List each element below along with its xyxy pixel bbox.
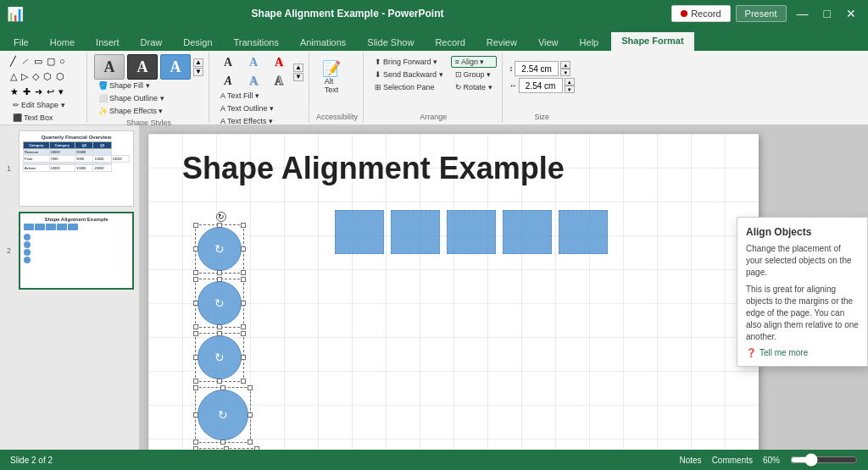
maximize-button[interactable]: □	[819, 5, 836, 22]
blue-sq-5[interactable]	[559, 210, 608, 254]
style-scroll-down[interactable]: ▼	[193, 68, 203, 76]
group-button[interactable]: ⊡ Group ▾	[451, 69, 497, 80]
handle-ml-3[interactable]	[193, 355, 198, 360]
handle-bm-1[interactable]	[217, 270, 222, 275]
handle-tr-4[interactable]	[248, 385, 253, 390]
edit-shape-button[interactable]: ✏ Edit Shape ▾	[8, 99, 81, 111]
handle-ml-4[interactable]	[193, 412, 198, 417]
rotate-button[interactable]: ↻ Rotate ▾	[451, 81, 497, 93]
handle-tl-5[interactable]	[193, 446, 198, 450]
handle-bm-2[interactable]	[217, 324, 222, 329]
curved-icon[interactable]: ↩	[45, 85, 56, 99]
handle-tr-1[interactable]	[241, 223, 246, 228]
width-input[interactable]	[519, 78, 563, 93]
selection-pane-button[interactable]: ⊞ Selection Pane	[370, 81, 448, 93]
handle-tm-2[interactable]	[217, 277, 222, 282]
handle-bl-3[interactable]	[193, 379, 198, 384]
rotate-handle-top[interactable]: ↻	[216, 212, 226, 222]
slide-circle-1[interactable]: ↻	[198, 227, 242, 271]
rect-icon[interactable]: ▭	[32, 54, 44, 69]
hex-icon[interactable]: ⬡	[42, 69, 53, 84]
handle-bl-4[interactable]	[193, 440, 198, 445]
text-outline-button[interactable]: A Text Outline ▾	[216, 102, 278, 114]
wordart-style-5[interactable]: A	[242, 73, 265, 90]
handle-ml-1[interactable]	[193, 246, 198, 252]
wordart-style-4[interactable]: A	[216, 73, 240, 90]
handle-br-2[interactable]	[241, 324, 246, 329]
handle-mr-4[interactable]	[248, 412, 253, 417]
tab-home[interactable]: Home	[40, 34, 85, 51]
tell-me-more-link[interactable]: ❓ Tell me more	[746, 348, 859, 357]
blue-sq-4[interactable]	[503, 210, 552, 254]
text-fill-button[interactable]: A Text Fill ▾	[216, 90, 278, 102]
line-icon[interactable]: ╱	[8, 54, 18, 69]
align-button[interactable]: ≡ Align ▾	[451, 56, 497, 68]
handle-br-3[interactable]	[241, 379, 246, 384]
wordart-style-3[interactable]: A	[267, 54, 291, 71]
handle-tr-3[interactable]	[241, 331, 246, 336]
wordart-scroll-down[interactable]: ▼	[293, 73, 303, 81]
handle-tr-2[interactable]	[241, 277, 246, 282]
wordart-scroll-up[interactable]: ▲	[293, 64, 303, 72]
slide-circle-3[interactable]: ↻	[198, 335, 242, 379]
slide-circle-4[interactable]: ↻	[198, 390, 248, 440]
handle-br-1[interactable]	[241, 270, 246, 275]
diamond-icon[interactable]: ◇	[31, 69, 41, 84]
handle-tl-4[interactable]	[193, 385, 198, 390]
tab-insert[interactable]: Insert	[86, 34, 130, 51]
cross-icon[interactable]: ✚	[21, 85, 32, 99]
more-icon[interactable]: ▾	[57, 85, 65, 99]
handle-tm-3[interactable]	[217, 331, 222, 336]
handle-mr-1[interactable]	[241, 246, 246, 252]
tab-animations[interactable]: Animations	[290, 34, 356, 51]
alt-text-button[interactable]: 📝 AltText	[316, 54, 347, 100]
tab-file[interactable]: File	[3, 34, 39, 51]
octagon-icon[interactable]: ⬡	[54, 69, 66, 84]
slide[interactable]: Shape Alignment Example ↻	[148, 134, 759, 450]
wordart-style-1[interactable]: A	[216, 54, 240, 71]
handle-bm-4[interactable]	[220, 440, 225, 445]
width-down-button[interactable]: ▼	[565, 86, 575, 93]
tab-draw[interactable]: Draw	[131, 34, 173, 51]
height-down-button[interactable]: ▼	[560, 69, 570, 76]
star-icon[interactable]: ★	[8, 85, 20, 99]
handle-tl-2[interactable]	[193, 277, 198, 282]
handle-mr-3[interactable]	[241, 355, 246, 360]
slide-1-thumb[interactable]: Quarterly Financial Overview CategoryCat…	[19, 130, 134, 207]
shape-style-2[interactable]: A	[127, 54, 158, 80]
height-input[interactable]	[515, 61, 559, 76]
handle-bl-1[interactable]	[193, 270, 198, 275]
shape-style-3[interactable]: A	[160, 54, 191, 80]
style-scroll-up[interactable]: ▲	[193, 58, 203, 67]
circle-icon[interactable]: ○	[58, 54, 67, 69]
height-up-button[interactable]: ▲	[560, 61, 570, 69]
handle-tr-5[interactable]	[254, 446, 259, 450]
arrow-icon[interactable]: ➜	[33, 85, 44, 99]
handle-br-4[interactable]	[248, 440, 253, 445]
tab-record[interactable]: Record	[425, 34, 475, 51]
record-button[interactable]: Record	[671, 5, 730, 22]
bring-forward-button[interactable]: ⬆ Bring Forward ▾	[370, 56, 448, 68]
present-button[interactable]: Present	[736, 5, 787, 22]
shape-effects-button[interactable]: ✨ Shape Effects ▾	[94, 105, 169, 117]
tab-transitions[interactable]: Transitions	[224, 34, 289, 51]
tab-view[interactable]: View	[528, 34, 569, 51]
shape-style-1[interactable]: A	[94, 54, 125, 80]
rtriangle-icon[interactable]: ▷	[19, 69, 30, 84]
blue-sq-3[interactable]	[447, 210, 496, 254]
notes-button[interactable]: Notes	[680, 456, 702, 465]
handle-tm-4[interactable]	[220, 385, 225, 390]
handle-bl-2[interactable]	[193, 324, 198, 329]
tab-help[interactable]: Help	[570, 34, 609, 51]
shape-outline-button[interactable]: ⬜ Shape Outline ▾	[94, 92, 169, 104]
handle-tl-1[interactable]	[193, 223, 198, 228]
handle-mr-2[interactable]	[241, 301, 246, 306]
wordart-style-6[interactable]: A	[267, 73, 291, 90]
handle-tm-1[interactable]	[217, 223, 222, 228]
handle-tm-5[interactable]	[224, 446, 229, 450]
slide-2-thumb[interactable]: Shape Alignment Example	[19, 212, 134, 290]
shape-fill-button[interactable]: 🪣 Shape Fill ▾	[94, 80, 169, 91]
handle-ml-2[interactable]	[193, 301, 198, 306]
zoom-slider[interactable]	[790, 453, 858, 467]
handle-bm-3[interactable]	[217, 379, 222, 384]
